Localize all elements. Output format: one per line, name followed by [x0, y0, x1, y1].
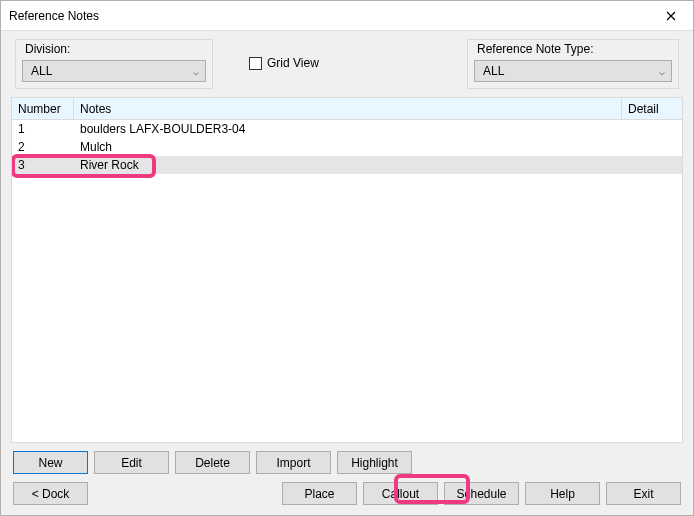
table-body: 1boulders LAFX-BOULDER3-042Mulch3River R… — [12, 120, 682, 442]
cell-number: 1 — [12, 122, 74, 136]
division-label: Division: — [22, 42, 73, 56]
new-button[interactable]: New — [13, 451, 88, 474]
reftype-label: Reference Note Type: — [474, 42, 597, 56]
content-area: Division: ALL ⌵ Grid View Reference Note… — [1, 31, 693, 515]
help-button[interactable]: Help — [525, 482, 600, 505]
cell-notes: boulders LAFX-BOULDER3-04 — [74, 122, 622, 136]
close-button[interactable] — [648, 2, 693, 30]
spacer — [94, 482, 276, 505]
exit-button[interactable]: Exit — [606, 482, 681, 505]
table-row[interactable]: 3River Rock — [12, 156, 682, 174]
col-notes[interactable]: Notes — [74, 98, 622, 119]
cell-notes: Mulch — [74, 140, 622, 154]
highlight-button[interactable]: Highlight — [337, 451, 412, 474]
col-number[interactable]: Number — [12, 98, 74, 119]
delete-button[interactable]: Delete — [175, 451, 250, 474]
bottom-buttons: < Dock Place Callout Schedule Help Exit — [11, 478, 683, 505]
chevron-down-icon: ⌵ — [659, 66, 665, 77]
table-row[interactable]: 1boulders LAFX-BOULDER3-04 — [12, 120, 682, 138]
filters-row: Division: ALL ⌵ Grid View Reference Note… — [11, 39, 683, 97]
checkbox-box — [249, 57, 262, 70]
schedule-button[interactable]: Schedule — [444, 482, 519, 505]
cell-number: 3 — [12, 158, 74, 172]
col-detail[interactable]: Detail — [622, 98, 682, 119]
chevron-down-icon: ⌵ — [193, 66, 199, 77]
cell-notes: River Rock — [74, 158, 622, 172]
window-title: Reference Notes — [9, 9, 99, 23]
table-row[interactable]: 2Mulch — [12, 138, 682, 156]
reftype-value: ALL — [483, 64, 504, 78]
reftype-group: Reference Note Type: ALL ⌵ — [467, 39, 679, 89]
grid-view-checkbox[interactable]: Grid View — [249, 56, 319, 70]
cell-number: 2 — [12, 140, 74, 154]
close-icon — [666, 11, 676, 21]
titlebar: Reference Notes — [1, 1, 693, 31]
notes-table: Number Notes Detail 1boulders LAFX-BOULD… — [11, 97, 683, 443]
edit-button[interactable]: Edit — [94, 451, 169, 474]
import-button[interactable]: Import — [256, 451, 331, 474]
table-header: Number Notes Detail — [12, 98, 682, 120]
dock-button[interactable]: < Dock — [13, 482, 88, 505]
action-buttons: New Edit Delete Import Highlight — [11, 443, 683, 478]
callout-button[interactable]: Callout — [363, 482, 438, 505]
place-button[interactable]: Place — [282, 482, 357, 505]
division-value: ALL — [31, 64, 52, 78]
grid-view-label: Grid View — [267, 56, 319, 70]
division-select[interactable]: ALL ⌵ — [22, 60, 206, 82]
reftype-select[interactable]: ALL ⌵ — [474, 60, 672, 82]
reference-notes-window: Reference Notes Division: ALL ⌵ Grid Vie… — [0, 0, 694, 516]
division-group: Division: ALL ⌵ — [15, 39, 213, 89]
